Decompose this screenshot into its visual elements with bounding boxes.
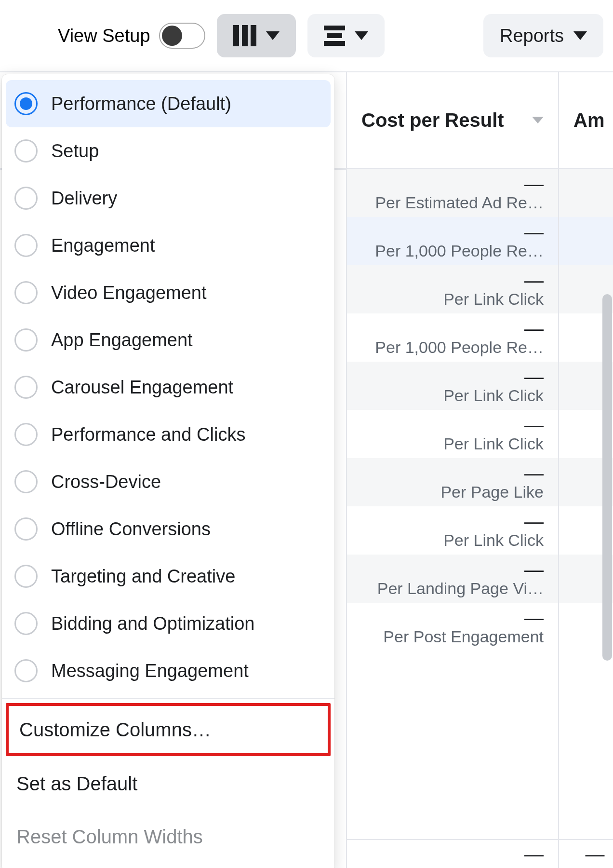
dropdown-divider [2,698,334,699]
preset-label: Engagement [51,235,155,256]
table-row[interactable]: —Per Landing Page Vi… [347,555,558,603]
radio-icon [14,565,38,588]
radio-icon [14,423,38,446]
table-row[interactable]: —Per Link Click [347,506,558,555]
preset-label: Setup [51,141,99,162]
row-value: — [524,222,544,242]
radio-icon [14,376,38,399]
table-row[interactable]: —Per Estimated Ad Re… [347,169,558,217]
table-row[interactable] [559,217,613,265]
chevron-down-icon [266,31,280,40]
column-preset-option[interactable]: Offline Conversions [6,505,331,553]
columns-dropdown: Performance (Default)SetupDeliveryEngage… [2,74,334,868]
preset-label: Carousel Engagement [51,377,233,398]
table-row[interactable]: —Per Post Engagement [347,603,558,651]
content-area: Cost per Result —Per Estimated Ad Re…—Pe… [0,72,613,868]
row-sublabel: Per Link Click [443,386,544,405]
row-sublabel: Per 1,000 People Re… [375,338,544,357]
columns-button[interactable] [217,14,296,57]
column-preset-option[interactable]: Delivery [6,175,331,222]
reset-widths-label: Reset Column Widths [16,826,203,848]
row-value: — [524,463,544,483]
amount-header[interactable]: Am [559,72,613,169]
radio-icon [14,92,38,115]
row-sublabel: Per Link Click [443,531,544,550]
table-row[interactable]: —Per 1,000 People Re… [347,313,558,362]
customize-columns-action[interactable]: Customize Columns… [6,703,331,756]
column-label: Am [573,109,604,131]
column-preset-option[interactable]: Messaging Engagement [6,647,331,694]
table-row[interactable]: —Per Page Like [347,458,558,506]
footer-dash: — [585,843,604,865]
view-setup-toggle[interactable] [159,23,205,49]
radio-icon [14,612,38,635]
preset-label: Performance and Clicks [51,424,245,445]
preset-label: App Engagement [51,330,193,351]
column-label: Cost per Result [361,109,504,131]
customize-columns-label: Customize Columns… [19,719,211,741]
preset-label: Bidding and Optimization [51,613,254,634]
column-preset-option[interactable]: Performance (Default) [6,80,331,127]
row-sublabel: Per Post Engagement [383,627,544,646]
row-sublabel: Per 1,000 People Re… [375,242,544,260]
cost-footer: — [347,839,558,868]
row-sublabel: Per Link Click [443,290,544,309]
row-sublabel: Per Page Like [440,483,544,502]
table-row[interactable] [559,169,613,217]
column-preset-option[interactable]: Carousel Engagement [6,364,331,411]
column-preset-option[interactable]: Bidding and Optimization [6,600,331,647]
row-value: — [524,512,544,531]
radio-icon [14,659,38,682]
table-row[interactable]: —Per 1,000 People Re… [347,217,558,265]
column-preset-option[interactable]: Engagement [6,222,331,269]
column-preset-option[interactable]: Performance and Clicks [6,411,331,458]
table-row[interactable]: —Per Link Click [347,362,558,410]
footer-dash: — [524,843,544,865]
preset-label: Targeting and Creative [51,566,235,587]
cost-per-result-header[interactable]: Cost per Result [347,72,558,169]
column-preset-option[interactable]: Video Engagement [6,269,331,316]
column-preset-option[interactable]: Targeting and Creative [6,553,331,600]
preset-label: Cross-Device [51,472,161,492]
table-row[interactable]: —Per Link Click [347,265,558,313]
column-preset-option[interactable]: Cross-Device [6,458,331,505]
row-value: — [524,608,544,627]
set-default-label: Set as Default [16,773,137,795]
reset-column-widths-action[interactable]: Reset Column Widths [6,810,331,863]
radio-icon [14,470,38,493]
preset-label: Offline Conversions [51,519,211,540]
chevron-down-icon [355,31,368,40]
row-value: — [524,319,544,338]
preset-label: Messaging Engagement [51,661,249,681]
preset-label: Performance (Default) [51,94,231,114]
cost-per-result-column: Cost per Result —Per Estimated Ad Re…—Pe… [347,72,559,868]
breakdown-icon [324,26,345,46]
row-value: — [524,271,544,290]
radio-icon [14,139,38,163]
preset-label: Video Engagement [51,283,207,303]
radio-icon [14,234,38,257]
chevron-down-icon [573,31,587,40]
column-preset-option[interactable]: Setup [6,127,331,175]
column-preset-option[interactable]: App Engagement [6,316,331,364]
row-sublabel: Per Estimated Ad Re… [375,193,544,212]
row-value: — [524,415,544,434]
table-row[interactable]: —Per Link Click [347,410,558,458]
radio-icon [14,187,38,210]
radio-icon [14,281,38,304]
amount-footer: — [559,839,613,868]
toolbar: View Setup Reports [0,0,613,72]
reports-label: Reports [500,26,564,46]
radio-icon [14,328,38,352]
reports-button[interactable]: Reports [483,14,603,57]
view-setup-label: View Setup [58,26,150,46]
set-as-default-action[interactable]: Set as Default [6,757,331,810]
toggle-knob [162,26,182,46]
row-value: — [524,174,544,193]
row-value: — [524,560,544,579]
breakdown-button[interactable] [307,14,385,57]
view-setup-toggle-group: View Setup [10,23,205,49]
vertical-scrollbar[interactable] [602,294,612,661]
row-sublabel: Per Link Click [443,434,544,453]
cost-rows: —Per Estimated Ad Re…—Per 1,000 People R… [347,169,558,839]
